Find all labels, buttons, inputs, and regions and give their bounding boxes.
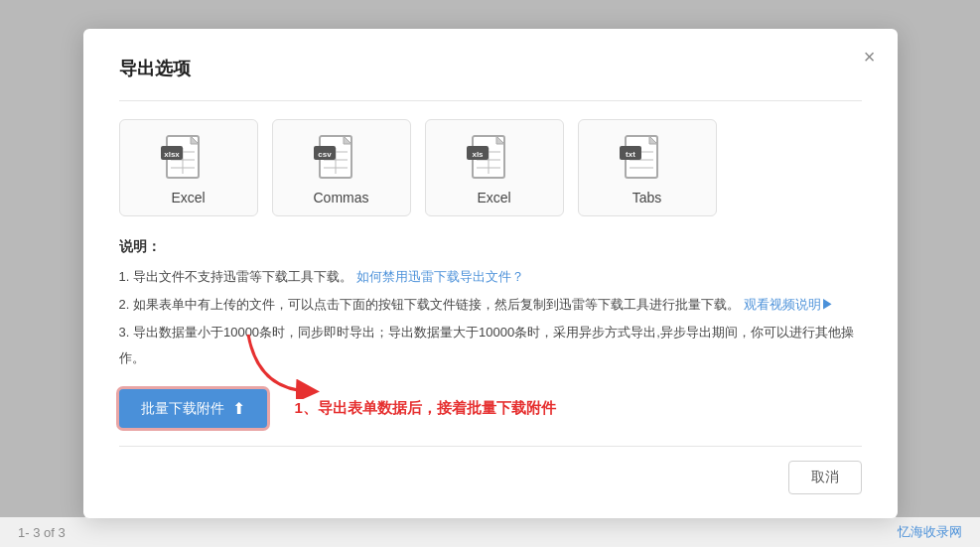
close-button[interactable]: × — [864, 47, 876, 67]
brand-text: 忆海收录网 — [898, 523, 962, 541]
dialog-footer: 取消 — [119, 446, 862, 494]
svg-text:xlsx: xlsx — [164, 150, 180, 159]
export-option-csv[interactable]: csv Commas — [272, 119, 411, 216]
svg-text:txt: txt — [626, 150, 635, 159]
description-title: 说明： — [119, 238, 862, 256]
export-option-xlsx[interactable]: xlsx Excel — [119, 119, 258, 216]
svg-text:csv: csv — [318, 150, 332, 159]
export-option-xlsx-label: Excel — [171, 190, 205, 205]
export-options-container: xlsx Excel csv Commas — [119, 119, 862, 216]
batch-download-area: 批量下载附件 ⬆ 1、导出表单数据后，接着批量下载附件 — [119, 389, 862, 428]
svg-text:xls: xls — [472, 150, 484, 159]
export-option-txt[interactable]: txt Tabs — [578, 119, 717, 216]
batch-download-section: 批量下载附件 ⬆ 1、导出表单数据后，接着批量下载附件 — [119, 389, 862, 428]
txt-icon: txt — [620, 134, 675, 186]
description-item-1: 1. 导出文件不支持迅雷等下载工具下载。 如何禁用迅雷下载导出文件？ — [119, 264, 862, 290]
pagination-text: 1- 3 of 3 — [18, 525, 66, 540]
title-divider — [119, 100, 862, 101]
cancel-button[interactable]: 取消 — [788, 461, 862, 494]
export-dialog: × 导出选项 xlsx — [83, 29, 898, 518]
dialog-title: 导出选项 — [119, 57, 862, 80]
export-option-csv-label: Commas — [313, 190, 368, 205]
batch-hint-text: 1、导出表单数据后，接着批量下载附件 — [295, 399, 556, 418]
csv-icon: csv — [314, 134, 369, 186]
description-section: 说明： 1. 导出文件不支持迅雷等下载工具下载。 如何禁用迅雷下载导出文件？ 2… — [119, 238, 862, 371]
batch-download-label: 批量下载附件 — [141, 400, 224, 418]
xlsx-icon: xlsx — [161, 134, 216, 186]
description-item-2: 2. 如果表单中有上传的文件，可以点击下面的按钮下载文件链接，然后复制到迅雷等下… — [119, 292, 862, 318]
description-list: 1. 导出文件不支持迅雷等下载工具下载。 如何禁用迅雷下载导出文件？ 2. 如果… — [119, 264, 862, 371]
watch-video-link[interactable]: 观看视频说明▶ — [744, 297, 834, 312]
export-option-txt-label: Tabs — [632, 190, 662, 205]
bottom-bar: 1- 3 of 3 忆海收录网 — [0, 517, 980, 547]
description-item-3: 3. 导出数据量小于10000条时，同步即时导出；导出数据量大于10000条时，… — [119, 320, 862, 371]
disable-thunder-link[interactable]: 如何禁用迅雷下载导出文件？ — [356, 269, 524, 284]
batch-download-button[interactable]: 批量下载附件 ⬆ — [119, 389, 267, 428]
xls-icon: xls — [467, 134, 522, 186]
export-option-xls[interactable]: xls Excel — [425, 119, 564, 216]
upload-icon: ⬆ — [232, 399, 245, 418]
export-option-xls-label: Excel — [477, 190, 510, 205]
